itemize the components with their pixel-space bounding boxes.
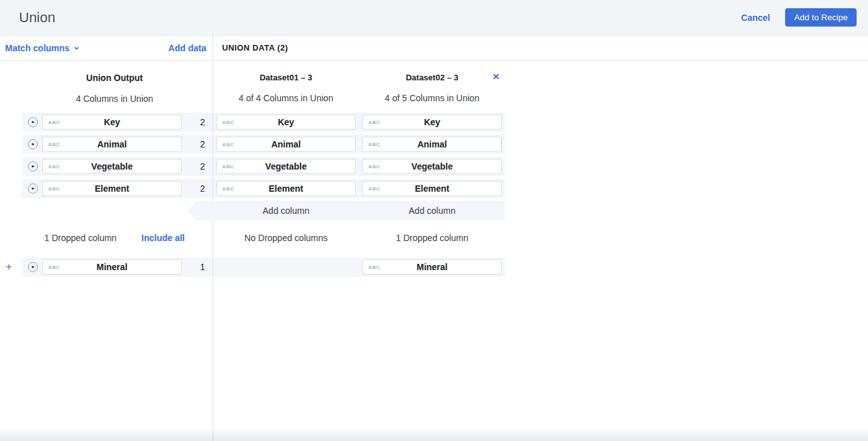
string-type-icon: ABC xyxy=(48,164,60,170)
expand-column-icon[interactable]: ▸ xyxy=(28,117,38,127)
table-row: ▸ ABC Element 2 xyxy=(22,179,213,198)
expand-column-icon[interactable]: ▸ xyxy=(28,262,38,272)
column-name-label: Element xyxy=(415,183,449,194)
column-name-label: Animal xyxy=(97,139,127,149)
match-columns-dropdown[interactable]: Match columns ⌄ xyxy=(5,43,80,53)
dropped-summary-row: 1 Dropped column Include all xyxy=(44,233,185,243)
column-name-label: Element xyxy=(269,183,303,194)
union-data-panel: Dataset01 – 3 Dataset02 – 3 ✕ 4 of 4 Col… xyxy=(213,61,868,441)
add-to-recipe-button[interactable]: Add to Recipe xyxy=(785,8,857,27)
column-name-label: Vegetable xyxy=(91,161,132,171)
expand-column-icon[interactable]: ▸ xyxy=(28,139,38,149)
string-type-icon: ABC xyxy=(48,264,60,270)
toolbar-right: UNION DATA (2) xyxy=(213,35,868,60)
dataset-column-rows: ABC Key ABC Key ABC Animal ABC A xyxy=(213,113,505,201)
column-match-count: 2 xyxy=(200,117,205,127)
table-row: ABC Animal ABC Animal xyxy=(213,135,505,154)
column-name-field[interactable]: ABC Mineral xyxy=(363,259,502,275)
chevron-down-icon: ⌄ xyxy=(73,43,80,49)
topbar: Union Cancel Add to Recipe xyxy=(0,0,868,35)
string-type-icon: ABC xyxy=(368,142,380,147)
column-name-field[interactable]: ABC Animal xyxy=(42,137,182,152)
column-name-field[interactable]: ABC Key xyxy=(216,115,356,130)
column-name-label: Mineral xyxy=(416,262,447,272)
table-row: ABC Vegetable ABC Vegetable xyxy=(213,157,505,176)
column-name-label: Mineral xyxy=(96,262,127,272)
union-output-title: Union Output xyxy=(44,73,185,83)
dataset-subtitle: 4 of 5 Columns in Union xyxy=(363,93,502,103)
union-output-rows: ▸ ABC Key 2 ▸ ABC Animal 2 ▸ xyxy=(0,113,213,201)
dropped-column-row: ABC Mineral xyxy=(213,258,505,276)
table-row: ▸ ABC Vegetable 2 xyxy=(22,157,213,176)
string-type-icon: ABC xyxy=(368,120,380,125)
table-row: ABC Element ABC Element xyxy=(213,179,505,198)
column-name-label: Element xyxy=(95,183,129,194)
dropped-summary-label: 1 Dropped column xyxy=(44,233,116,243)
string-type-icon: ABC xyxy=(48,120,60,125)
column-name-field[interactable]: ABC Animal xyxy=(216,137,356,152)
table-row: ▸ ABC Mineral 1 xyxy=(22,258,213,276)
union-tool-page: Union Cancel Add to Recipe Match columns… xyxy=(0,0,868,441)
expand-column-icon[interactable]: ▸ xyxy=(28,183,38,194)
column-name-label: Animal xyxy=(271,139,301,149)
column-match-count: 2 xyxy=(200,139,205,149)
table-row: ▸ ABC Key 2 xyxy=(22,113,213,132)
string-type-icon: ABC xyxy=(222,186,234,192)
union-output-subtitle: 4 Columns in Union xyxy=(44,94,185,104)
string-type-icon: ABC xyxy=(222,164,234,170)
column-name-field[interactable]: ABC Key xyxy=(363,115,502,130)
union-data-heading: UNION DATA (2) xyxy=(222,43,288,53)
content: Union Output 4 Columns in Union ▸ ABC Ke… xyxy=(0,61,868,441)
column-name-field[interactable]: ABC Vegetable xyxy=(42,159,182,174)
cancel-button[interactable]: Cancel xyxy=(741,13,770,23)
column-name-field[interactable]: ABC Mineral xyxy=(42,259,182,275)
page-title: Union xyxy=(19,9,55,26)
add-column-button[interactable]: Add column xyxy=(363,201,502,220)
string-type-icon: ABC xyxy=(222,120,234,125)
column-name-field[interactable]: ABC Element xyxy=(363,181,502,196)
column-name-field[interactable]: ABC Element xyxy=(216,181,356,196)
column-match-count: 2 xyxy=(200,161,205,171)
string-type-icon: ABC xyxy=(368,264,380,270)
dropped-summary-label: 1 Dropped column xyxy=(363,233,502,243)
column-name-field[interactable]: ABC Vegetable xyxy=(216,159,356,174)
toolbar-left: Match columns ⌄ Add data xyxy=(0,35,213,60)
match-columns-label: Match columns xyxy=(5,43,70,53)
table-row: ABC Key ABC Key xyxy=(213,113,505,132)
add-data-button[interactable]: Add data xyxy=(168,43,206,53)
topbar-actions: Cancel Add to Recipe xyxy=(741,8,857,27)
dropped-summary-label: No Dropped columns xyxy=(216,233,356,243)
column-match-count: 2 xyxy=(200,183,205,194)
table-row: ▸ ABC Animal 2 xyxy=(22,135,213,154)
string-type-icon: ABC xyxy=(48,186,60,192)
string-type-icon: ABC xyxy=(48,142,60,147)
close-dataset-icon[interactable]: ✕ xyxy=(490,70,502,83)
column-name-label: Key xyxy=(278,117,294,127)
column-name-label: Key xyxy=(104,117,120,127)
string-type-icon: ABC xyxy=(368,186,380,192)
column-name-field[interactable]: ABC Animal xyxy=(363,137,502,152)
toolbar: Match columns ⌄ Add data UNION DATA (2) xyxy=(0,35,868,61)
column-name-field[interactable]: ABC Element xyxy=(42,181,182,196)
dataset-title: Dataset01 – 3 xyxy=(216,73,356,82)
union-output-panel: Union Output 4 Columns in Union ▸ ABC Ke… xyxy=(0,61,213,441)
column-name-label: Vegetable xyxy=(411,161,452,171)
column-name-label: Vegetable xyxy=(265,161,306,171)
column-name-label: Key xyxy=(424,117,440,127)
column-match-count: 1 xyxy=(200,262,205,272)
dropped-summary-row: No Dropped columns 1 Dropped column xyxy=(213,233,505,244)
add-column-insert-arrow xyxy=(187,201,213,220)
add-column-button[interactable]: Add column xyxy=(216,201,356,220)
column-name-label: Animal xyxy=(418,139,447,149)
column-name-field[interactable]: ABC Key xyxy=(42,115,182,130)
string-type-icon: ABC xyxy=(368,164,380,170)
dataset-title: Dataset02 – 3 xyxy=(363,73,502,82)
column-name-field[interactable]: ABC Vegetable xyxy=(363,159,502,174)
string-type-icon: ABC xyxy=(222,142,234,147)
expand-column-icon[interactable]: ▸ xyxy=(28,161,38,171)
dataset-subtitle: 4 of 4 Columns in Union xyxy=(216,93,356,103)
dropped-column-rows: ▸ ABC Mineral 1 xyxy=(0,258,213,280)
include-all-button[interactable]: Include all xyxy=(142,233,185,243)
add-column-row: Add column Add column xyxy=(213,201,505,220)
